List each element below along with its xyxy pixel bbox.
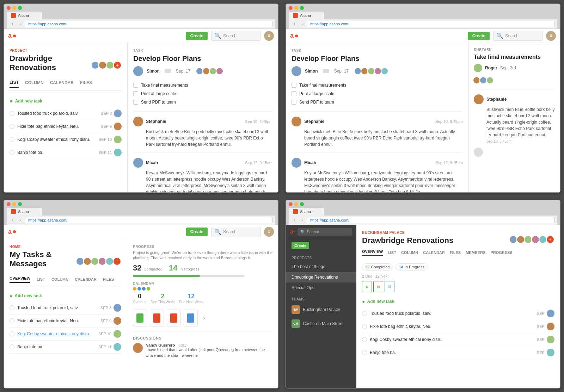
tab-column-bl[interactable]: COLUMN xyxy=(51,277,68,281)
task-item-0-bl[interactable]: Tousled food truck polaroid, salv. SEP 8 xyxy=(10,301,121,315)
tab-asana-br[interactable]: Asana xyxy=(289,208,324,216)
tab-files-br[interactable]: FILES xyxy=(450,250,461,255)
task-item-0-br[interactable]: Tousled food truck polaroid, salv. SEP xyxy=(362,307,554,320)
task-item-3-tl[interactable]: Banjo tote ba. SEP 11 xyxy=(10,146,122,159)
tab-list-tl[interactable]: LIST xyxy=(10,80,19,88)
sidebar-create-btn-br[interactable]: Create xyxy=(292,242,309,249)
task-check-0-br[interactable] xyxy=(362,311,367,316)
forward-btn-bl[interactable]: › xyxy=(17,217,23,223)
sidebar-team-buckingham-br[interactable]: BP Buckingham Palace xyxy=(286,303,356,317)
task-item-3-bl[interactable]: Banjo tote ba. SEP 11 xyxy=(10,341,121,354)
sidebar-item-best-things-br[interactable]: The best of things xyxy=(286,261,356,272)
back-btn-bl[interactable]: ‹ xyxy=(10,217,15,223)
task-check-3-bl[interactable] xyxy=(10,344,14,349)
maximize-btn-tr[interactable] xyxy=(300,6,304,10)
tab-files-bl[interactable]: FILES xyxy=(103,277,114,281)
user-avatar-tr[interactable]: U xyxy=(546,31,556,41)
mini-file-3-br[interactable]: ⟨/⟩ xyxy=(385,281,394,292)
sidebar-item-special-ops-br[interactable]: Special Ops xyxy=(286,282,356,293)
tab-calendar-bl[interactable]: CALENDAR xyxy=(75,277,97,281)
sidebar-item-drawbridge-br[interactable]: Drawbridge Renovations xyxy=(286,272,356,282)
minimize-btn-tl[interactable] xyxy=(12,6,16,10)
minimize-btn-br[interactable] xyxy=(294,202,298,206)
add-task-tl[interactable]: ● Add new task xyxy=(10,95,122,107)
create-btn-bl[interactable]: Create xyxy=(186,228,208,236)
tab-asana-bl[interactable]: Asana xyxy=(7,208,42,216)
close-btn-br[interactable] xyxy=(289,202,293,206)
file-icon-1-bl[interactable] xyxy=(133,310,147,326)
forward-btn-br[interactable]: › xyxy=(299,217,305,223)
check-1-tr[interactable] xyxy=(292,91,296,96)
add-member-btn-br[interactable]: + xyxy=(546,235,554,244)
task-check-2-br[interactable] xyxy=(362,337,367,342)
add-task-br[interactable]: ● Add new task xyxy=(362,296,554,307)
task-item-1-bl[interactable]: Fixie tote bag ethnic keytar. Neu. SEP 9 xyxy=(10,315,121,328)
tab-list-br[interactable]: LIST xyxy=(388,250,396,255)
tab-calendar-br[interactable]: CALENDAR xyxy=(423,250,445,255)
task-item-3-br[interactable]: Banjo tote ba. SEP xyxy=(362,346,554,359)
close-btn-bl[interactable] xyxy=(7,202,11,206)
tab-asana-tr[interactable]: Asana xyxy=(289,12,324,19)
search-box-bl[interactable]: 🔍 Search xyxy=(211,227,260,237)
create-btn-tl[interactable]: Create xyxy=(186,32,208,40)
tab-column-tl[interactable]: COLUMN xyxy=(25,80,44,87)
tab-calendar-tl[interactable]: CALENDAR xyxy=(50,80,74,87)
maximize-btn-bl[interactable] xyxy=(18,202,22,206)
create-btn-tr[interactable]: Create xyxy=(468,32,490,40)
forward-btn-tr[interactable]: › xyxy=(299,21,305,27)
task-check-2-bl[interactable] xyxy=(10,331,14,336)
task-check-3-br[interactable] xyxy=(362,350,367,355)
check-1-tl[interactable] xyxy=(133,91,138,96)
forward-btn-tl[interactable]: › xyxy=(17,21,23,27)
check-2-tr[interactable] xyxy=(292,100,296,105)
file-icon-4-bl[interactable] xyxy=(184,310,198,326)
task-check-0-bl[interactable] xyxy=(10,305,14,310)
task-item-0-tl[interactable]: Tousled food truck polaroid, salv. SEP 8 xyxy=(10,107,122,120)
file-icon-2-bl[interactable] xyxy=(150,310,164,326)
sidebar-team-castle-br[interactable]: CM Castle on Main Street xyxy=(286,317,356,331)
sidebar-search-br[interactable]: 🔍 Search xyxy=(298,228,352,236)
task-item-1-tl[interactable]: Fixie tote bag ethnic keytar. Neu. SEP 9 xyxy=(10,120,122,133)
task-item-1-br[interactable]: Fixie tote bag ethnic keytar. Neu. SEP xyxy=(362,320,554,333)
close-btn-tr[interactable] xyxy=(289,6,293,10)
check-0-tr[interactable] xyxy=(292,83,296,88)
check-2-tl[interactable] xyxy=(133,100,138,105)
mini-file-2-br[interactable]: ▧ xyxy=(373,281,383,292)
minimize-btn-bl[interactable] xyxy=(12,202,16,206)
maximize-btn-tl[interactable] xyxy=(18,6,22,10)
check-0-tl[interactable] xyxy=(133,83,138,88)
tab-overview-br[interactable]: OVERVIEW xyxy=(362,249,383,256)
search-box-tl[interactable]: 🔍 Search xyxy=(211,31,260,41)
add-task-bl[interactable]: ● Add new task xyxy=(10,290,121,301)
mini-file-1-br[interactable]: ▦ xyxy=(362,281,372,292)
tab-column-br[interactable]: COLUMN xyxy=(401,250,418,255)
user-avatar-tl[interactable]: U xyxy=(264,31,274,41)
maximize-btn-br[interactable] xyxy=(300,202,304,206)
file-icon-3-bl[interactable] xyxy=(167,310,181,326)
back-btn-tl[interactable]: ‹ xyxy=(10,21,15,27)
task-check-1-br[interactable] xyxy=(362,324,367,329)
close-btn-tl[interactable] xyxy=(7,6,11,10)
tab-members-br[interactable]: MEMBERS xyxy=(466,250,485,255)
tab-files-tl[interactable]: FILES xyxy=(80,80,92,87)
task-check-3-tl[interactable] xyxy=(10,150,14,155)
files-more-arrow-bl[interactable]: › xyxy=(201,315,208,322)
tab-list-bl[interactable]: LIST xyxy=(37,277,45,281)
url-input-br[interactable]: https://app.asana.com/ xyxy=(307,217,554,223)
url-input-bl[interactable]: https://app.asana.com/ xyxy=(25,217,272,223)
url-input-tl[interactable]: https://app.asana.com/ xyxy=(25,21,272,27)
tab-asana-tl[interactable]: Asana xyxy=(7,12,42,19)
task-item-2-tl[interactable]: Kogi Cosby sweater ethical irony disru. … xyxy=(10,133,122,146)
task-check-1-bl[interactable] xyxy=(10,318,14,323)
url-input-tr[interactable]: https://app.asana.com/ xyxy=(307,21,554,27)
task-item-2-bl[interactable]: Kogi Cosby sweater ethical irony disru. … xyxy=(10,328,121,341)
back-btn-br[interactable]: ‹ xyxy=(292,217,297,223)
add-member-btn-bl[interactable]: + xyxy=(113,257,121,266)
tab-overview-bl[interactable]: OVERVIEW xyxy=(10,276,30,283)
search-box-tr[interactable]: 🔍 Search xyxy=(493,31,542,41)
task-item-2-br[interactable]: Kogi Cosby sweater ethical irony disru. … xyxy=(362,333,554,346)
task-check-0-tl[interactable] xyxy=(10,111,14,116)
tab-progress-br[interactable]: PROGRESS xyxy=(490,250,512,255)
minimize-btn-tr[interactable] xyxy=(294,6,298,10)
task-check-2-tl[interactable] xyxy=(10,137,14,142)
